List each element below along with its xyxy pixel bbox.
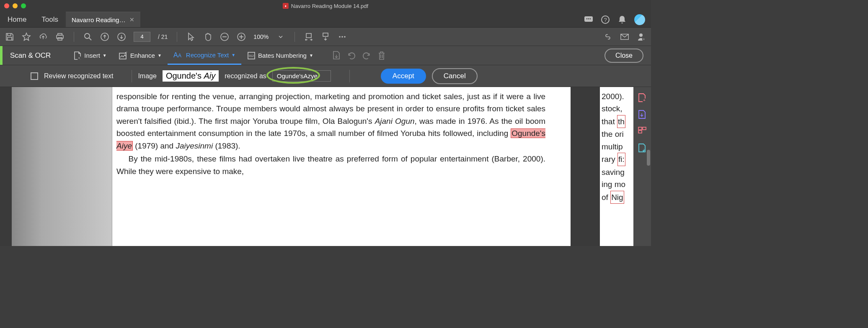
main-toolbar: / 21 100% + — [0, 28, 651, 46]
svg-point-24 — [639, 33, 643, 37]
svg-text:?: ? — [604, 17, 607, 23]
pdf-icon: ♦ — [283, 3, 289, 9]
recognized-as-label: recognized as — [225, 72, 266, 80]
link-icon[interactable] — [603, 32, 612, 41]
trash-icon[interactable] — [377, 51, 386, 60]
help-icon[interactable]: ? — [601, 15, 610, 24]
recognize-text-menu[interactable]: AA Recognize Text▼ — [168, 46, 241, 65]
svg-text:012: 012 — [249, 54, 254, 57]
more-icon[interactable] — [338, 32, 347, 41]
svg-point-1 — [586, 18, 588, 19]
recognize-text-icon: AA — [173, 51, 183, 59]
save-icon[interactable] — [5, 32, 14, 41]
insert-menu[interactable]: + Insert▼ — [67, 46, 112, 65]
fit-width-icon[interactable] — [304, 32, 313, 41]
zoom-in-icon[interactable] — [237, 32, 246, 41]
tab-document[interactable]: Navarro Reading… ✕ — [66, 12, 140, 27]
enhance-label: Enhance — [130, 52, 155, 59]
export-pdf-icon[interactable] — [638, 110, 647, 119]
close-ocr-button[interactable]: Close — [604, 49, 643, 63]
scan-ocr-title: Scan & OCR — [3, 51, 67, 60]
right-tool-rail: + — [633, 87, 651, 246]
maximize-window-button[interactable] — [21, 3, 26, 8]
svg-point-3 — [590, 18, 591, 19]
enhance-menu[interactable]: Enhance▼ — [113, 46, 168, 65]
review-bar: Review recognized text Image Ogunde's Ai… — [0, 65, 651, 87]
review-checkbox-label: Review recognized text — [44, 72, 113, 80]
tab-document-label: Navarro Reading… — [72, 16, 125, 23]
ocr-suspect-box[interactable]: th — [617, 115, 625, 128]
page-up-icon[interactable] — [100, 32, 109, 41]
svg-text:A: A — [178, 53, 181, 59]
redo-icon[interactable] — [362, 51, 371, 60]
create-pdf-icon[interactable]: + — [638, 93, 647, 102]
review-checkbox[interactable] — [31, 72, 38, 80]
tab-tools[interactable]: Tools — [34, 12, 66, 27]
page-down-icon[interactable] — [117, 32, 126, 41]
svg-rect-38 — [638, 131, 642, 133]
ocr-suspect-box[interactable]: Nig — [610, 191, 624, 204]
organize-icon[interactable] — [638, 126, 647, 136]
hand-icon[interactable] — [203, 32, 212, 41]
svg-text:+: + — [643, 98, 646, 102]
page-action-icon[interactable] — [332, 51, 341, 60]
insert-label: Insert — [84, 52, 100, 59]
paragraph-1: responsible for renting the venue, arran… — [116, 90, 545, 152]
cancel-button[interactable]: Cancel — [432, 68, 478, 84]
svg-text:+: + — [643, 37, 645, 41]
recognized-text-input[interactable] — [272, 70, 331, 82]
page-number-input[interactable] — [134, 32, 150, 42]
svg-point-20 — [339, 36, 341, 38]
paragraph-2: By the mid-1980s, these films had overta… — [116, 153, 545, 177]
svg-rect-19 — [323, 33, 328, 36]
scroll-mode-icon[interactable] — [321, 32, 330, 41]
bates-icon: 012 — [247, 51, 256, 60]
accept-button[interactable]: Accept — [381, 69, 426, 84]
page-total-label: / 21 — [158, 33, 168, 40]
left-gutter — [0, 87, 12, 246]
email-icon[interactable] — [620, 32, 629, 41]
window-title: ♦ Navarro Reading Module 14.pdf — [283, 3, 368, 9]
scan-ocr-bar: Scan & OCR + Insert▼ Enhance▼ AA Recogni… — [0, 46, 651, 65]
zoom-chevron-down-icon[interactable] — [276, 32, 285, 41]
undo-icon[interactable] — [347, 51, 356, 60]
close-tab-icon[interactable]: ✕ — [129, 16, 134, 23]
tabbar-right: ? — [584, 12, 651, 27]
print-icon[interactable] — [55, 32, 65, 41]
ocr-suspect-box[interactable]: fi: — [617, 153, 625, 166]
insert-page-icon: + — [73, 51, 82, 60]
svg-rect-7 — [58, 33, 62, 35]
edit-pdf-icon[interactable] — [638, 143, 647, 152]
tab-home[interactable]: Home — [0, 12, 34, 27]
enhance-icon — [119, 51, 128, 60]
rail-scrollbar[interactable] — [647, 150, 650, 166]
share-person-icon[interactable]: + — [637, 32, 646, 41]
avatar[interactable] — [634, 14, 645, 25]
window-controls — [4, 3, 26, 8]
svg-point-2 — [588, 18, 589, 19]
bell-icon[interactable] — [617, 15, 627, 24]
svg-text:+: + — [78, 56, 80, 60]
chat-icon[interactable] — [584, 15, 593, 24]
recognize-label: Recognize Text — [186, 51, 229, 59]
svg-point-21 — [341, 36, 343, 38]
zoom-out-icon[interactable] — [220, 32, 229, 41]
bates-numbering-menu[interactable]: 012 Bates Numbering▼ — [241, 46, 319, 65]
window-title-text: Navarro Reading Module 14.pdf — [291, 3, 368, 9]
image-snippet: Ogunde's Aiy — [163, 70, 219, 82]
star-icon[interactable] — [22, 32, 31, 41]
search-icon[interactable] — [83, 32, 93, 41]
pointer-icon[interactable] — [186, 32, 196, 41]
recognized-text-wrap — [272, 70, 331, 82]
minimize-window-button[interactable] — [13, 3, 18, 8]
bates-label: Bates Numbering — [258, 52, 307, 59]
cloud-upload-icon[interactable] — [39, 32, 48, 41]
page-content[interactable]: responsible for renting the venue, arran… — [112, 87, 571, 246]
svg-rect-18 — [306, 33, 311, 38]
svg-text:A: A — [173, 51, 178, 59]
svg-rect-36 — [638, 127, 642, 130]
close-window-button[interactable] — [4, 3, 9, 8]
svg-rect-8 — [58, 38, 62, 40]
tabbar: Home Tools Navarro Reading… ✕ ? — [0, 12, 651, 28]
svg-rect-37 — [643, 127, 646, 130]
